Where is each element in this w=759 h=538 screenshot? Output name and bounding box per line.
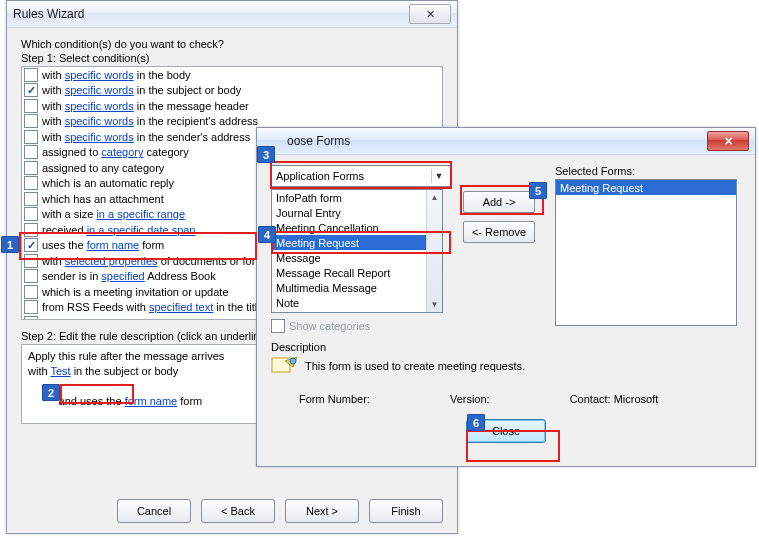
titlebar: Rules Wizard ✕ xyxy=(7,1,457,28)
show-categories-checkbox[interactable] xyxy=(271,319,285,333)
choose-close-icon[interactable]: ✕ xyxy=(707,131,749,151)
back-button[interactable]: < Back xyxy=(201,499,275,523)
condition-checkbox[interactable] xyxy=(24,285,38,299)
scroll-up-icon[interactable]: ▲ xyxy=(427,190,442,205)
callout-2: 2 xyxy=(42,384,60,401)
next-button[interactable]: Next > xyxy=(285,499,359,523)
chevron-down-icon[interactable]: ▼ xyxy=(431,169,446,183)
look-in-combo[interactable]: Application Forms ▼ xyxy=(271,165,451,187)
window-title: Rules Wizard xyxy=(13,7,409,21)
finish-button[interactable]: Finish xyxy=(369,499,443,523)
condition-row[interactable]: with specific words in the subject or bo… xyxy=(22,83,442,99)
form-list-item[interactable]: Journal Entry xyxy=(272,205,442,220)
condition-link[interactable]: specific words xyxy=(65,84,134,96)
add-button[interactable]: Add -> xyxy=(463,191,535,213)
question-label: Which condition(s) do you want to check? xyxy=(21,38,443,50)
callout-4: 4 xyxy=(258,226,276,243)
condition-checkbox[interactable] xyxy=(24,176,38,190)
condition-row[interactable]: with specific words in the message heade… xyxy=(22,98,442,114)
step1-label: Step 1: Select condition(s) xyxy=(21,52,443,64)
condition-link[interactable]: category xyxy=(101,146,143,158)
condition-link[interactable]: specific words xyxy=(65,100,134,112)
contact-label: Contact: xyxy=(570,393,611,405)
condition-checkbox[interactable] xyxy=(24,254,38,268)
scroll-down-icon[interactable]: ▼ xyxy=(427,297,442,312)
condition-link[interactable]: form name xyxy=(87,239,140,251)
form-list-item[interactable]: Message xyxy=(272,250,442,265)
condition-checkbox[interactable] xyxy=(24,207,38,221)
condition-link[interactable]: in a specific range xyxy=(96,208,185,220)
condition-checkbox[interactable] xyxy=(24,238,38,252)
form-list-item[interactable]: Meeting Cancellation xyxy=(272,220,442,235)
condition-checkbox[interactable] xyxy=(24,130,38,144)
desc-link-formname[interactable]: form name xyxy=(125,395,178,407)
condition-link[interactable]: selected properties xyxy=(65,255,158,267)
condition-checkbox[interactable] xyxy=(24,223,38,237)
condition-checkbox[interactable] xyxy=(24,83,38,97)
condition-checkbox[interactable] xyxy=(24,99,38,113)
form-list-item[interactable]: InfoPath form xyxy=(272,190,442,205)
form-list-item[interactable]: Note xyxy=(272,295,442,310)
remove-button[interactable]: <- Remove xyxy=(463,221,535,243)
condition-link[interactable]: in a specific date span xyxy=(87,224,196,236)
callout-5: 5 xyxy=(529,182,547,199)
condition-checkbox[interactable] xyxy=(24,269,38,283)
condition-link[interactable]: specific words xyxy=(65,115,134,127)
callout-1: 1 xyxy=(1,236,19,253)
wizard-button-row: Cancel < Back Next > Finish xyxy=(7,491,457,533)
combo-value: Application Forms xyxy=(276,170,364,182)
selected-forms-listbox[interactable]: Meeting Request xyxy=(555,179,737,326)
version-label: Version: xyxy=(450,393,490,405)
show-categories-label: Show categories xyxy=(289,320,370,332)
condition-link[interactable]: specified xyxy=(101,270,144,282)
contact-value: Microsoft xyxy=(614,393,659,405)
condition-checkbox[interactable] xyxy=(24,316,38,320)
selected-forms-label: Selected Forms: xyxy=(555,165,741,177)
scrollbar[interactable]: ▲ ▼ xyxy=(426,190,442,312)
form-number-label: Form Number: xyxy=(299,393,370,405)
condition-checkbox[interactable] xyxy=(24,192,38,206)
condition-link[interactable]: specified text xyxy=(149,301,213,313)
cancel-button[interactable]: Cancel xyxy=(117,499,191,523)
forms-listbox[interactable]: InfoPath formJournal EntryMeeting Cancel… xyxy=(271,189,443,313)
form-icon xyxy=(271,355,299,377)
condition-checkbox[interactable] xyxy=(24,145,38,159)
choose-titlebar: oose Forms ✕ xyxy=(257,128,755,155)
description-label: Description xyxy=(271,341,741,353)
form-list-item[interactable]: Message Recall Report xyxy=(272,265,442,280)
callout-3: 3 xyxy=(257,146,275,163)
choose-title: oose Forms xyxy=(263,134,707,148)
condition-link[interactable]: specific words xyxy=(65,69,134,81)
condition-link[interactable]: specific words xyxy=(65,131,134,143)
condition-row[interactable]: with specific words in the body xyxy=(22,67,442,83)
form-list-item[interactable]: Meeting Request xyxy=(272,235,442,250)
condition-checkbox[interactable] xyxy=(24,300,38,314)
selected-form-item[interactable]: Meeting Request xyxy=(556,180,736,195)
callout-6: 6 xyxy=(467,414,485,431)
form-list-item[interactable]: Multimedia Message xyxy=(272,280,442,295)
svg-point-1 xyxy=(290,358,296,364)
close-icon[interactable]: ✕ xyxy=(409,4,451,24)
description-text: This form is used to create meeting requ… xyxy=(305,360,525,372)
condition-checkbox[interactable] xyxy=(24,114,38,128)
desc-link-test[interactable]: Test xyxy=(50,365,70,377)
condition-checkbox[interactable] xyxy=(24,68,38,82)
condition-checkbox[interactable] xyxy=(24,161,38,175)
choose-forms-window: oose Forms ✕ Application Forms ▼ InfoPat… xyxy=(256,127,756,467)
